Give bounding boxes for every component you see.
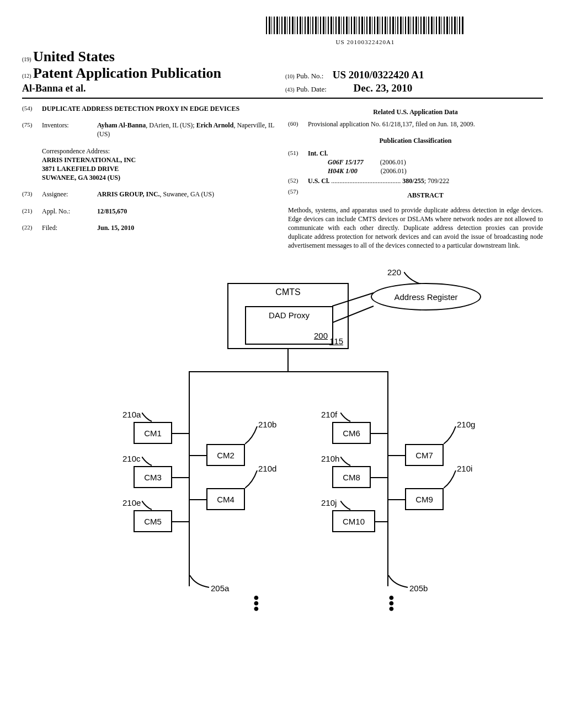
dad-proxy-box: DAD Proxy 200	[245, 306, 333, 345]
connector-line-icon	[332, 290, 376, 328]
cm-box: CM2	[206, 444, 245, 466]
filed-label: Filed:	[42, 223, 97, 232]
title-code: (54)	[22, 104, 42, 113]
cm-box: CM9	[405, 488, 444, 510]
ellipsis-icon: ●●●	[388, 595, 395, 611]
bus-a-line	[189, 371, 190, 586]
connector-line-icon	[189, 371, 387, 372]
abstract-code: (57)	[288, 188, 308, 203]
leader-line-icon	[245, 426, 258, 445]
biblio-left-col: (54) DUPLICATE ADDRESS DETECTION PROXY I…	[22, 104, 277, 250]
svg-line-1	[332, 306, 374, 323]
intcl-1-sym: G06F 15/177	[328, 158, 364, 166]
cm-ref: 210i	[457, 464, 472, 473]
connector-line-icon	[287, 349, 289, 371]
barcode-graphic	[266, 17, 465, 34]
cm-ref: 210b	[258, 420, 276, 429]
country-code: (19)	[22, 56, 31, 62]
intcl-label: Int. Cl.	[308, 149, 328, 157]
cm-box: CM7	[405, 444, 444, 466]
leader-line-icon	[142, 413, 153, 422]
related-heading: Related U.S. Application Data	[288, 108, 543, 116]
cm-ref: 210f	[321, 410, 337, 419]
intcl-2-ver: (2006.01)	[381, 167, 407, 175]
connector-line-icon	[388, 499, 405, 500]
leader-line-icon	[388, 575, 411, 592]
bus-b-line	[387, 371, 388, 586]
connector-line-icon	[172, 433, 189, 434]
cm-ref: 210c	[122, 454, 141, 463]
appl-code: (21)	[22, 207, 42, 216]
pub-no-code: (10)	[285, 73, 295, 79]
leader-line-icon	[142, 501, 153, 511]
connector-line-icon	[388, 455, 405, 456]
correspondence-address: Correspondence Address: ARRIS INTERNATIO…	[42, 147, 277, 183]
provisional-text: Provisional application No. 61/218,137, …	[308, 120, 543, 129]
leader-line-icon	[340, 501, 351, 511]
filed-value: Jun. 15, 2010	[97, 224, 134, 232]
pub-no-label: Pub. No.:	[296, 72, 323, 80]
cm-ref: 210e	[122, 498, 141, 507]
biblio-right-col: Related U.S. Application Data (60) Provi…	[288, 104, 543, 250]
cmts-box: CMTS DAD Proxy 200 115	[227, 283, 349, 349]
assignee-label: Assignee:	[42, 190, 97, 199]
cm-ref: 210a	[122, 410, 141, 419]
country-name: United States	[33, 49, 115, 65]
cm-ref: 210j	[321, 498, 337, 507]
connector-line-icon	[172, 477, 189, 478]
barcode-region: US 20100322420A1	[188, 17, 543, 46]
authors: Al-Banna et al.	[22, 83, 280, 94]
connector-line-icon	[172, 521, 189, 522]
cm-box: CM10	[332, 510, 375, 532]
appl-label: Appl. No.:	[42, 207, 97, 216]
uscl-row: U.S. Cl. ...............................…	[308, 176, 543, 185]
pub-type-code: (12)	[22, 73, 31, 79]
inventors-value: Ayham Al-Banna, DArien, IL (US); Erich A…	[97, 121, 277, 138]
cm-box: CM4	[206, 488, 245, 510]
svg-line-0	[332, 293, 374, 306]
cmts-ref: 115	[329, 336, 343, 346]
connector-line-icon	[375, 521, 387, 522]
cm-ref: 210g	[457, 420, 475, 429]
connector-line-icon	[371, 433, 387, 434]
abstract-text: Methods, systems, and apparatus used to …	[288, 206, 543, 250]
cmts-label: CMTS	[232, 287, 344, 297]
patent-figure: 220 CMTS DAD Proxy 200 115 Address Regis…	[84, 266, 481, 619]
bus-b-ref: 205b	[409, 584, 428, 593]
cm-ref: 210h	[321, 454, 339, 463]
inventors-label: Inventors:	[42, 121, 97, 138]
dad-ref: 200	[314, 331, 328, 340]
ellipsis-icon: ●●●	[253, 595, 259, 611]
address-register-oval: Address Register	[371, 283, 481, 311]
connector-line-icon	[371, 477, 387, 478]
bibliographic-data: (54) DUPLICATE ADDRESS DETECTION PROXY I…	[22, 104, 543, 250]
cm-box: CM8	[332, 466, 371, 488]
cm-ref: 210d	[258, 464, 276, 473]
invention-title: DUPLICATE ADDRESS DETECTION PROXY IN EDG…	[42, 104, 277, 113]
intcl-code: (51)	[288, 149, 308, 176]
barcode-text: US 20100322420A1	[336, 39, 395, 45]
assignee-value: ARRIS GROUP, INC., Suwanee, GA (US)	[97, 190, 277, 199]
provisional-code: (60)	[288, 120, 308, 129]
leader-line-icon	[444, 426, 457, 445]
classification-heading: Publication Classification	[288, 136, 543, 145]
dad-label: DAD Proxy	[249, 311, 329, 320]
uscl-code: (52)	[288, 176, 308, 185]
pub-date: Dec. 23, 2010	[354, 82, 413, 94]
filed-code: (22)	[22, 223, 42, 232]
appl-value: 12/815,670	[97, 207, 127, 215]
patent-header: (19) United States (12) Patent Applicati…	[22, 49, 543, 99]
register-ref: 220	[387, 267, 401, 277]
cm-box: CM1	[134, 422, 172, 444]
leader-line-icon	[340, 413, 351, 422]
connector-line-icon	[190, 499, 206, 500]
cm-box: CM6	[332, 422, 371, 444]
intcl-1-ver: (2006.01)	[380, 158, 406, 166]
leader-line-icon	[142, 457, 153, 467]
cm-box: CM3	[134, 466, 172, 488]
leader-line-icon	[340, 457, 351, 467]
pub-type: Patent Application Publication	[33, 65, 221, 81]
intcl-2-sym: H04K 1/00	[328, 167, 358, 175]
cm-box: CM5	[134, 510, 172, 532]
pub-date-label: Pub. Date:	[296, 85, 327, 93]
